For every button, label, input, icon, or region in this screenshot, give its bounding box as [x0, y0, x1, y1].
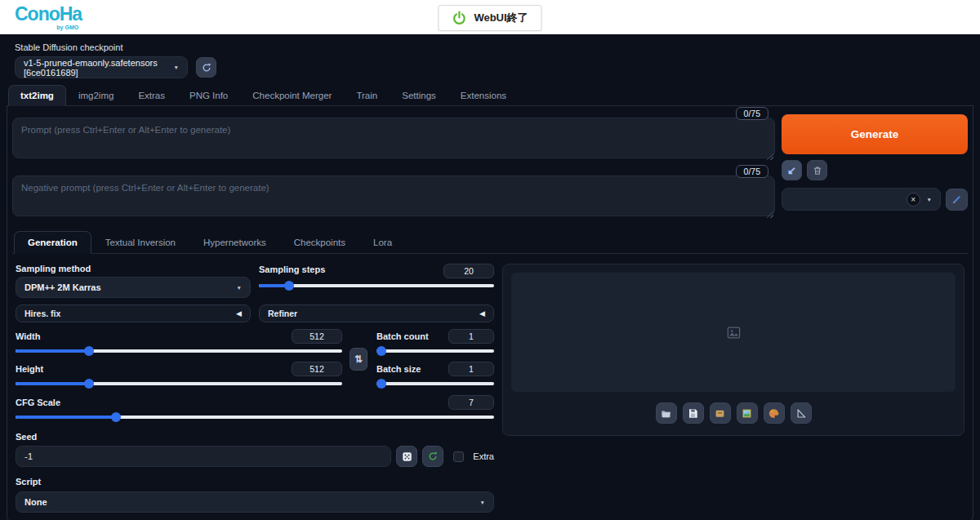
seed-label: Seed	[16, 432, 37, 442]
save-image-button[interactable]	[683, 402, 704, 424]
save-zip-button[interactable]	[710, 402, 731, 424]
tab-extensions[interactable]: Extensions	[448, 85, 519, 106]
chevron-down-icon: ▼	[927, 197, 932, 202]
batch-count-value[interactable]: 1	[448, 329, 494, 344]
generation-settings: Sampling method DPM++ 2M Karras ▼ Sampli…	[16, 264, 494, 513]
tab-train[interactable]: Train	[344, 85, 390, 106]
logo-text: ConoHa	[15, 5, 82, 24]
batch-size-label: Batch size	[376, 364, 421, 374]
height-value[interactable]: 512	[292, 362, 342, 376]
sampling-method-dropdown[interactable]: DPM++ 2M Karras ▼	[16, 277, 251, 298]
tab-img2img[interactable]: img2img	[66, 85, 126, 106]
header: ConoHa by GMO WebUI終了	[0, 0, 980, 35]
width-value[interactable]: 512	[292, 329, 342, 344]
tab-checkpoint-merger[interactable]: Checkpoint Merger	[240, 85, 344, 106]
cfg-scale-value[interactable]: 7	[448, 395, 494, 410]
batch-size-value[interactable]: 1	[448, 362, 494, 376]
output-panel	[502, 264, 964, 436]
script-value: None	[24, 497, 47, 507]
swap-width-height-button[interactable]: ⇅	[350, 348, 368, 371]
trash-icon	[812, 165, 823, 176]
txt2img-panel: 0/75 0/75 Generate ↙	[7, 106, 973, 520]
generate-button[interactable]: Generate	[782, 114, 968, 154]
power-icon	[452, 11, 466, 25]
seed-extra-checkbox[interactable]	[453, 451, 464, 462]
script-label: Script	[16, 477, 41, 487]
prompt-input[interactable]	[12, 118, 775, 158]
prompt-container: 0/75	[12, 118, 775, 162]
chevron-down-icon: ▼	[237, 285, 242, 291]
checkpoint-value: v1-5-pruned-emaonly.safetensors [6ce0161…	[24, 58, 167, 78]
main-tab-bar: txt2img img2img Extras PNG Info Checkpoi…	[7, 85, 973, 106]
tab-textual-inversion[interactable]: Textual Inversion	[91, 231, 189, 254]
width-slider[interactable]	[16, 346, 342, 356]
framed-picture-icon	[741, 407, 753, 420]
tab-checkpoints[interactable]: Checkpoints	[280, 231, 359, 254]
clear-prompt-button[interactable]	[807, 160, 827, 180]
negative-prompt-input[interactable]	[12, 176, 775, 216]
save-zip-icon	[714, 407, 726, 420]
refresh-checkpoints-button[interactable]	[196, 57, 216, 78]
open-folder-icon	[660, 407, 672, 420]
styles-dropdown[interactable]: × ▼	[782, 188, 941, 211]
edit-styles-button[interactable]	[946, 189, 968, 211]
sampling-method-label: Sampling method	[16, 264, 251, 273]
hires-fix-accordion[interactable]: Hires. fix ◀	[16, 304, 251, 322]
width-label: Width	[16, 331, 40, 341]
batch-count-label: Batch count	[376, 331, 429, 341]
random-seed-button[interactable]	[396, 446, 417, 467]
palette-icon	[768, 407, 780, 420]
triangle-ruler-icon	[795, 407, 807, 420]
batch-count-slider[interactable]	[376, 346, 494, 356]
seed-extra-label: Extra	[473, 451, 494, 461]
sampling-steps-slider[interactable]	[259, 281, 494, 291]
send-to-extras-button[interactable]	[791, 402, 812, 424]
seed-input[interactable]	[16, 446, 391, 467]
open-folder-button[interactable]	[656, 402, 677, 424]
gallery-actions	[511, 402, 956, 424]
script-dropdown[interactable]: None ▼	[16, 491, 494, 513]
cfg-scale-slider[interactable]	[16, 412, 494, 422]
output-gallery	[511, 273, 956, 392]
tab-txt2img[interactable]: txt2img	[8, 85, 66, 106]
tab-png-info[interactable]: PNG Info	[177, 85, 240, 106]
generation-tab-bar: Generation Textual Inversion Hypernetwor…	[12, 231, 968, 254]
logo-subtext: by GMO	[15, 24, 82, 30]
swap-icon: ⇅	[354, 353, 363, 365]
negative-prompt-token-counter: 0/75	[736, 165, 768, 178]
negative-prompt-container: 0/75	[12, 176, 775, 220]
refiner-accordion[interactable]: Refiner ◀	[259, 304, 494, 322]
brush-icon	[951, 193, 963, 206]
send-to-inpaint-button[interactable]	[764, 402, 785, 424]
dice-icon	[401, 451, 413, 463]
sampling-steps-label: Sampling steps	[259, 264, 325, 274]
checkpoint-dropdown[interactable]: v1-5-pruned-emaonly.safetensors [6ce0161…	[15, 56, 188, 78]
send-to-img2img-button[interactable]	[737, 402, 758, 424]
reuse-seed-button[interactable]	[422, 446, 443, 467]
webui-exit-button[interactable]: WebUI終了	[438, 5, 541, 31]
paste-arrow-icon: ↙	[787, 164, 796, 176]
save-icon	[687, 407, 699, 420]
batch-size-slider[interactable]	[376, 379, 494, 389]
checkpoint-section: Stable Diffusion checkpoint v1-5-pruned-…	[0, 35, 980, 85]
refiner-label: Refiner	[268, 309, 297, 318]
height-label: Height	[16, 364, 43, 374]
sampling-steps-value[interactable]: 20	[443, 264, 494, 278]
sampling-method-value: DPM++ 2M Karras	[24, 282, 101, 292]
tab-generation[interactable]: Generation	[14, 231, 91, 254]
prompt-token-counter: 0/75	[736, 107, 768, 120]
paste-generation-params-button[interactable]: ↙	[782, 160, 802, 180]
conoha-logo[interactable]: ConoHa by GMO	[15, 5, 82, 30]
hires-fix-label: Hires. fix	[24, 309, 60, 318]
tab-hypernetworks[interactable]: Hypernetworks	[189, 231, 280, 254]
tab-extras[interactable]: Extras	[126, 85, 177, 106]
tab-settings[interactable]: Settings	[390, 85, 448, 106]
clear-styles-icon[interactable]: ×	[906, 193, 920, 207]
tab-lora[interactable]: Lora	[359, 231, 406, 254]
height-slider[interactable]	[16, 379, 342, 389]
image-placeholder-icon	[726, 325, 742, 340]
chevron-down-icon: ▼	[480, 500, 485, 505]
accordion-arrow-icon: ◀	[236, 309, 242, 318]
cfg-scale-label: CFG Scale	[16, 398, 60, 407]
checkpoint-label: Stable Diffusion checkpoint	[15, 42, 965, 52]
